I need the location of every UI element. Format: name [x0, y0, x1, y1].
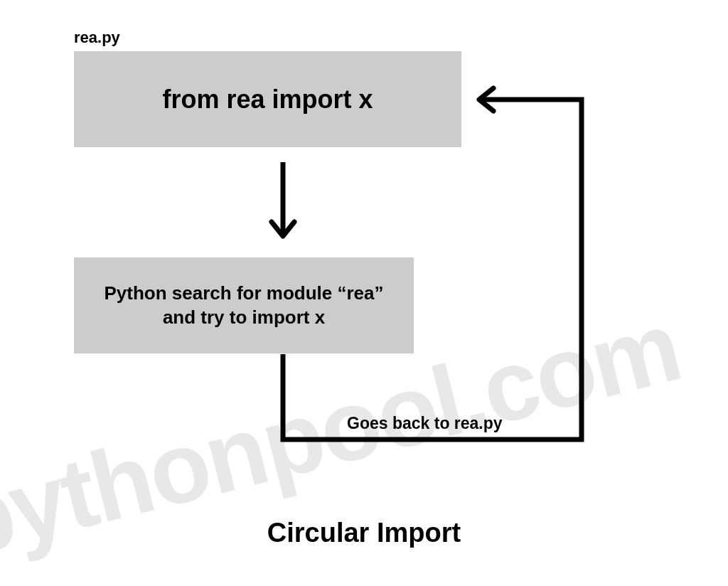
loop-arrow-icon	[269, 85, 596, 455]
diagram-title: Circular Import	[0, 518, 728, 548]
circular-import-diagram: rea.py from rea import x Python search f…	[0, 0, 728, 586]
file-label: rea.py	[74, 28, 120, 47]
loop-label: Goes back to rea.py	[347, 414, 503, 433]
